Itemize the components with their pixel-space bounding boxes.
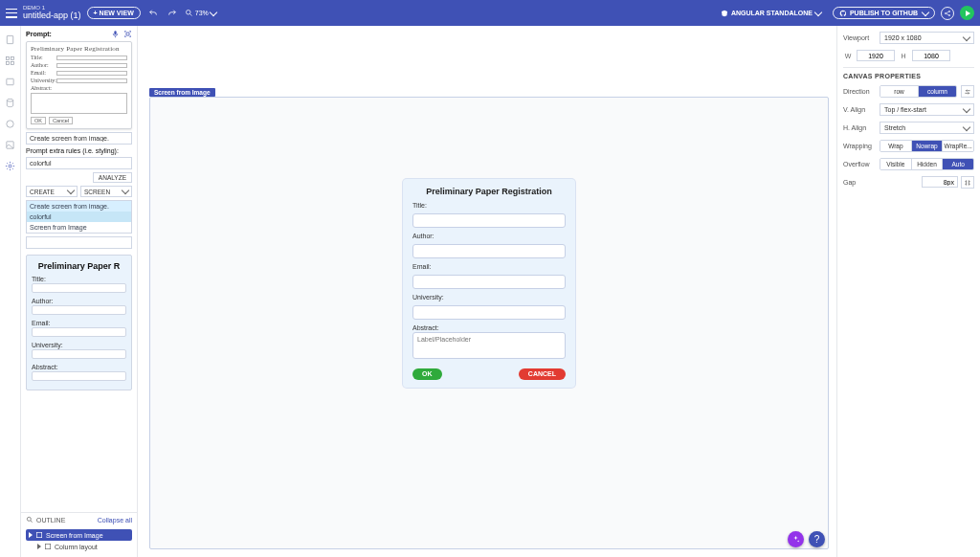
nowrap-option[interactable]: Nowrap <box>912 141 944 151</box>
design-canvas[interactable]: Screen from Image Preliminary Paper Regi… <box>138 26 836 557</box>
svg-point-13 <box>9 165 11 167</box>
overflow-toggle: Visible Hidden Auto <box>880 158 974 170</box>
direction-toggle: row column <box>880 85 957 98</box>
extra-rules-input[interactable] <box>26 157 132 169</box>
halign-label: H. Align <box>843 124 876 131</box>
data-icon[interactable] <box>5 97 16 108</box>
outline-label: OUTLINE <box>36 517 65 524</box>
extra-rules-label: Prompt extra rules (i.e. styling): <box>26 147 132 154</box>
prompt-label: Prompt: <box>26 31 52 37</box>
viewport-select[interactable]: 1920 x 1080 <box>880 32 974 44</box>
university-input[interactable] <box>412 305 566 320</box>
svg-rect-9 <box>7 78 13 84</box>
svg-point-1 <box>945 12 946 13</box>
create-dropdown[interactable]: CREATE <box>26 186 78 197</box>
screen-preview: Preliminary Paper R Title: Author: Email… <box>26 255 132 390</box>
page-icon[interactable] <box>5 33 16 45</box>
share-icon[interactable] <box>941 7 954 20</box>
svg-point-2 <box>948 11 949 11</box>
new-view-button[interactable]: + NEW VIEW <box>87 7 141 19</box>
cancel-button[interactable]: CANCEL <box>519 368 566 380</box>
outline-item[interactable]: Column layout <box>26 541 132 552</box>
abstract-textarea[interactable] <box>412 332 566 359</box>
theme-icon[interactable] <box>5 118 16 129</box>
mic-icon[interactable] <box>111 30 120 38</box>
canvas-properties-header: CANVAS PROPERTIES <box>843 67 974 79</box>
redo-icon[interactable] <box>166 7 179 20</box>
gap-input[interactable] <box>922 176 958 188</box>
halign-select[interactable]: Stretch <box>880 122 974 134</box>
svg-rect-17 <box>36 532 41 537</box>
demo-label: DEMO 1 <box>23 5 81 11</box>
history-item[interactable]: colorful <box>27 212 131 222</box>
layers-icon[interactable] <box>5 76 16 87</box>
zoom-level: 73% <box>195 10 209 16</box>
chevron-down-icon <box>210 8 217 15</box>
overflow-label: Overflow <box>843 161 876 167</box>
ai-sparkle-fab[interactable] <box>788 531 804 547</box>
menu-icon[interactable] <box>6 9 17 18</box>
wrap-option[interactable]: Wrap <box>880 141 912 151</box>
analyze-button[interactable]: ANALYZE <box>93 172 132 183</box>
ai-icon[interactable] <box>5 160 16 171</box>
svg-point-3 <box>948 14 949 15</box>
chevron-down-icon <box>122 187 129 194</box>
overflow-visible[interactable]: Visible <box>880 159 912 169</box>
chevron-down-icon <box>814 8 822 15</box>
direction-column[interactable]: column <box>919 86 956 97</box>
screen-dropdown[interactable]: SCREEN <box>80 186 132 197</box>
direction-label: Direction <box>843 88 876 95</box>
width-input[interactable] <box>857 50 895 61</box>
title-label: Title: <box>412 202 566 209</box>
chevron-right-icon <box>29 532 33 538</box>
collapse-all-link[interactable]: Collapse all <box>98 517 132 524</box>
overflow-hidden[interactable]: Hidden <box>912 159 944 169</box>
components-icon[interactable] <box>5 55 16 66</box>
chevron-down-icon <box>963 104 970 112</box>
frame-label[interactable]: Screen from Image <box>149 88 215 97</box>
framework-select[interactable]: ANGULAR STANDALONE <box>715 7 827 19</box>
email-input[interactable] <box>412 275 566 289</box>
svg-rect-14 <box>114 31 116 34</box>
history-item[interactable]: Create screen from image. <box>27 201 131 212</box>
svg-rect-6 <box>11 56 13 59</box>
valign-select[interactable]: Top / flex-start <box>880 103 974 116</box>
wrap-toggle: Wrap Nowrap WrapRe... <box>880 140 974 152</box>
abstract-label: Abstract: <box>412 324 566 331</box>
preview-title: Preliminary Paper R <box>32 261 126 271</box>
app-title: DEMO 1 untitled-app (1) <box>23 5 81 20</box>
undo-icon[interactable] <box>146 7 160 20</box>
wrapreverse-option[interactable]: WrapRe... <box>943 141 973 151</box>
university-label: University: <box>412 294 566 301</box>
ok-button[interactable]: OK <box>412 368 442 380</box>
publish-button[interactable]: PUBLISH TO GITHUB <box>833 7 935 19</box>
help-fab[interactable]: ? <box>809 531 825 547</box>
swap-icon[interactable] <box>961 85 974 98</box>
gap-lock-icon[interactable] <box>961 176 974 189</box>
svg-rect-7 <box>6 61 9 64</box>
prompt-input[interactable] <box>26 132 132 145</box>
history-input[interactable] <box>26 236 132 249</box>
outline-item-selected[interactable]: Screen from Image <box>26 529 132 541</box>
wrap-label: Wrapping <box>843 143 876 149</box>
history-item[interactable]: Screen from Image <box>27 222 131 233</box>
gap-label: Gap <box>843 179 876 186</box>
svg-point-10 <box>7 99 12 101</box>
title-input[interactable] <box>412 213 566 228</box>
svg-rect-8 <box>11 61 13 64</box>
svg-rect-15 <box>126 33 129 35</box>
prompt-sketch: Preliminary Paper Registration Title: Au… <box>26 41 132 129</box>
valign-label: V. Align <box>843 106 876 113</box>
overflow-auto[interactable]: Auto <box>943 159 973 169</box>
preview-play-button[interactable] <box>960 6 974 20</box>
chevron-right-icon <box>37 544 41 549</box>
author-input[interactable] <box>412 244 566 258</box>
direction-row[interactable]: row <box>880 86 919 97</box>
svg-point-0 <box>186 11 190 15</box>
image-scan-icon[interactable] <box>123 30 132 38</box>
assets-icon[interactable] <box>5 139 16 150</box>
zoom-icon[interactable]: 73% <box>185 7 216 20</box>
height-input[interactable] <box>912 50 950 61</box>
width-label: W <box>843 53 853 59</box>
svg-point-11 <box>7 120 13 126</box>
